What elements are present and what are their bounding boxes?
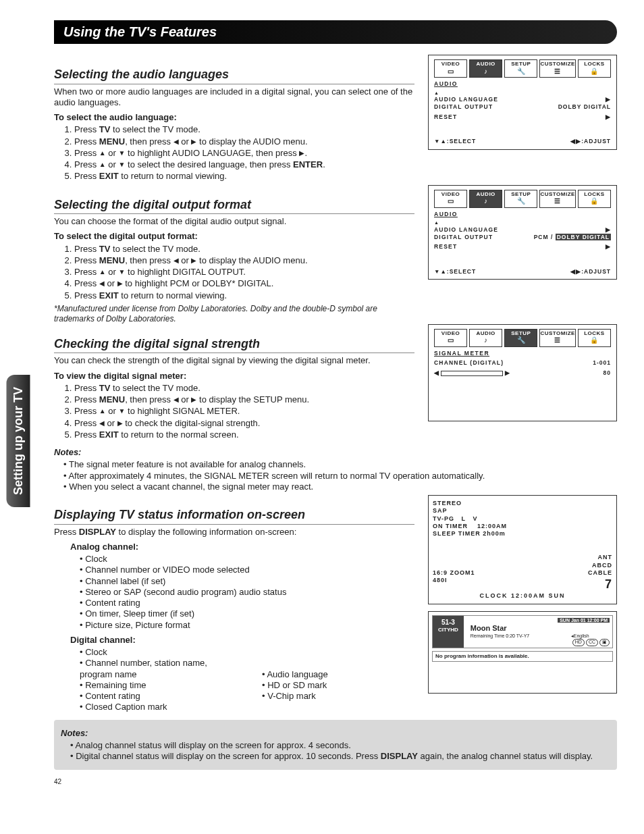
osd-audio-2: Video▭ Audio♪ Setup🔧 Customize☰ Locks🔒 A… xyxy=(428,185,617,280)
subhead: To view the digital signal meter: xyxy=(54,371,414,382)
heading-audio-languages: Selecting the audio languages xyxy=(54,67,414,84)
page-number: 42 xyxy=(54,778,617,787)
osd-signal-meter: Video▭ Audio♪ Setup🔧 Customize☰ Locks🔒 S… xyxy=(428,324,617,421)
intro-text: When two or more audio languages are inc… xyxy=(54,86,414,109)
steps-list: Press TV to select the TV mode. Press ME… xyxy=(65,383,414,440)
page-banner: Using the TV's Features xyxy=(54,20,617,44)
subhead: To select the audio language: xyxy=(54,112,414,123)
page-body: Using the TV's Features Selecting the au… xyxy=(54,20,617,787)
subhead: To select the digital output format: xyxy=(54,231,414,242)
wrench-icon: 🔧 xyxy=(505,68,537,76)
heading-digital-output: Selecting the digital output format xyxy=(54,197,414,215)
notes-box: Notes: Analog channel status will displa… xyxy=(54,720,617,771)
dolby-disclaimer: *Manufactured under license from Dolby L… xyxy=(54,304,414,324)
osd-audio-1: Video▭ Audio♪ Setup🔧 Customize☰ Locks🔒 A… xyxy=(428,55,617,150)
steps-list: Press TV to select the TV mode. Press ME… xyxy=(65,124,414,182)
heading-signal-strength: Checking the digital signal strength xyxy=(54,336,414,354)
heading-display-status: Displaying TV status information on-scre… xyxy=(54,507,414,525)
digital-list: Clock Channel number, station name, prog… xyxy=(70,646,414,716)
signal-meter-bar xyxy=(441,371,503,376)
section-tab: Setting up your TV xyxy=(7,375,30,507)
steps-list: Press TV to select the TV mode. Press ME… xyxy=(65,244,414,301)
list-icon: ☰ xyxy=(540,68,574,76)
analog-label: Analog channel: xyxy=(70,542,414,552)
notes-list: The signal meter feature is not availabl… xyxy=(54,459,617,492)
notes-label: Notes: xyxy=(54,447,617,458)
tv-icon: ▭ xyxy=(435,68,466,76)
intro-text: You can choose the format of the digital… xyxy=(54,216,414,227)
intro-text: Press DISPLAY to display the following i… xyxy=(54,527,414,538)
analog-list: Clock Channel number or VIDEO mode selec… xyxy=(70,554,414,631)
digital-info-box: 51-3 CITYHD SUN Jan 01 12:00 PM Moon Sta… xyxy=(428,611,617,694)
digital-label: Digital channel: xyxy=(70,635,414,646)
lock-icon: 🔒 xyxy=(579,68,610,76)
note-icon: ♪ xyxy=(470,68,502,76)
intro-text: You can check the strength of the digita… xyxy=(54,355,414,366)
analog-info-box: STEREO SAP TV-PG L V ON TIMER 12:00AM SL… xyxy=(428,495,617,604)
